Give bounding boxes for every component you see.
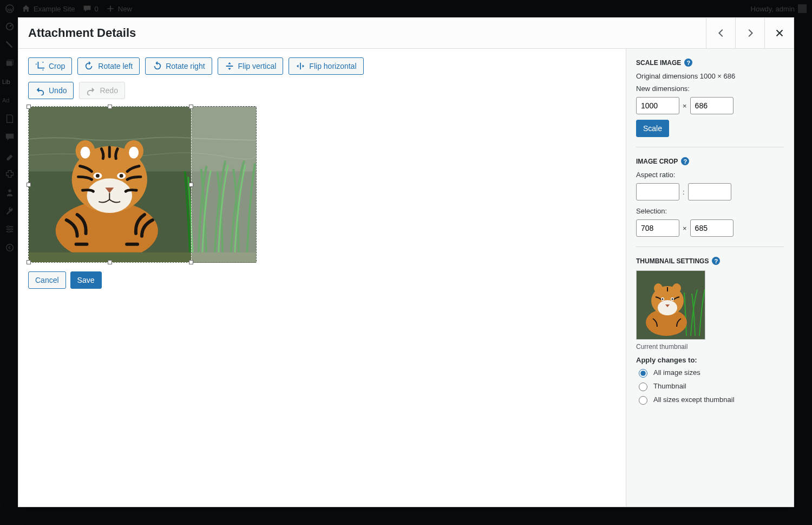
image-edit-toolbar: Crop Rotate left Rotate right Flip verti… (28, 57, 616, 75)
scale-height-input[interactable] (690, 97, 734, 114)
scale-title: Scale Image (636, 59, 681, 67)
save-label: Save (77, 276, 95, 284)
image-crop-section: Image Crop? Aspect ratio: : Selection: × (636, 157, 784, 247)
help-icon[interactable]: ? (681, 157, 689, 165)
flip-vertical-button[interactable]: Flip vertical (218, 57, 284, 75)
scale-button[interactable]: Scale (636, 120, 669, 137)
help-icon[interactable]: ? (684, 59, 692, 67)
rotate-left-button[interactable]: Rotate left (77, 57, 140, 75)
crop-handle-ne[interactable] (189, 105, 193, 109)
undo-label: Undo (49, 86, 67, 95)
new-dimensions-label: New dimensions: (636, 85, 784, 93)
undo-button[interactable]: Undo (28, 82, 74, 99)
crop-selection-box[interactable] (29, 107, 191, 262)
close-button[interactable] (764, 18, 794, 48)
radio-thumbnail[interactable]: Thumbnail (636, 381, 784, 391)
svg-point-32 (672, 283, 681, 293)
apply-changes-label: Apply changes to: (636, 356, 784, 364)
radio-except-thumbnail[interactable]: All sizes except thumbnail (636, 394, 784, 405)
cancel-button[interactable]: Cancel (28, 271, 66, 289)
thumb-title: Thumbnail Settings (636, 257, 709, 265)
svg-point-33 (658, 300, 677, 315)
settings-sidebar: Scale Image? Original dimensions 1000 × … (626, 49, 794, 507)
crop-handle-s[interactable] (108, 260, 112, 264)
scale-width-input[interactable] (636, 97, 679, 114)
flip-horizontal-button[interactable]: Flip horizontal (289, 57, 363, 75)
crop-title: Image Crop (636, 158, 678, 165)
rotate-right-label: Rotate right (166, 62, 205, 70)
redo-label: Redo (100, 86, 117, 95)
aspect-width-input[interactable] (636, 183, 679, 200)
thumbnail-settings-section: Thumbnail Settings? (636, 257, 784, 418)
scale-image-section: Scale Image? Original dimensions 1000 × … (636, 59, 784, 147)
aspect-ratio-label: Aspect ratio: (636, 171, 784, 179)
times-symbol: × (683, 102, 687, 110)
cancel-label: Cancel (35, 276, 59, 284)
next-button[interactable] (735, 18, 764, 48)
image-crop-area[interactable] (28, 106, 257, 263)
redo-button: Redo (79, 82, 125, 99)
thumbnail-preview (636, 270, 705, 340)
crop-handle-w[interactable] (27, 183, 31, 187)
prev-button[interactable] (706, 18, 735, 48)
thumbnail-caption: Current thumbnail (636, 343, 784, 351)
radio-except-input[interactable] (639, 396, 647, 405)
modal-title: Attachment Details (18, 26, 146, 40)
save-button[interactable]: Save (70, 271, 102, 289)
editor-pane: Crop Rotate left Rotate right Flip verti… (18, 49, 626, 507)
svg-point-35 (662, 299, 664, 300)
rotate-left-label: Rotate left (98, 62, 133, 70)
radio-all-sizes[interactable]: All image sizes (636, 367, 784, 378)
flip-v-label: Flip vertical (238, 62, 277, 70)
help-icon[interactable]: ? (712, 257, 720, 265)
radio-all-label: All image sizes (653, 368, 700, 377)
crop-label: Crop (49, 62, 65, 70)
crop-button[interactable]: Crop (28, 57, 72, 75)
flip-h-label: Flip horizontal (309, 62, 356, 70)
rotate-right-button[interactable]: Rotate right (145, 57, 212, 75)
svg-point-37 (672, 299, 673, 300)
crop-handle-sw[interactable] (27, 260, 31, 264)
scale-btn-label: Scale (643, 124, 662, 133)
selection-width-input[interactable] (636, 219, 679, 237)
crop-handle-se[interactable] (189, 260, 193, 264)
radio-thumb-label: Thumbnail (653, 382, 686, 390)
colon-symbol: : (683, 188, 685, 196)
selection-label: Selection: (636, 207, 784, 215)
crop-shade (191, 107, 256, 262)
history-toolbar: Undo Redo (28, 82, 616, 99)
radio-except-label: All sizes except thumbnail (653, 396, 735, 404)
original-dimensions-label: Original dimensions 1000 × 686 (636, 72, 784, 80)
crop-handle-e[interactable] (189, 183, 193, 187)
selection-height-input[interactable] (690, 219, 734, 237)
radio-all-input[interactable] (639, 369, 647, 378)
radio-thumb-input[interactable] (639, 383, 647, 391)
attachment-details-modal: Attachment Details Crop Rotate left Rota… (18, 17, 794, 507)
modal-header: Attachment Details (18, 18, 794, 49)
times-symbol: × (683, 224, 687, 232)
svg-point-31 (654, 283, 663, 293)
crop-handle-n[interactable] (108, 105, 112, 109)
crop-handle-nw[interactable] (27, 105, 31, 109)
aspect-height-input[interactable] (688, 183, 731, 200)
